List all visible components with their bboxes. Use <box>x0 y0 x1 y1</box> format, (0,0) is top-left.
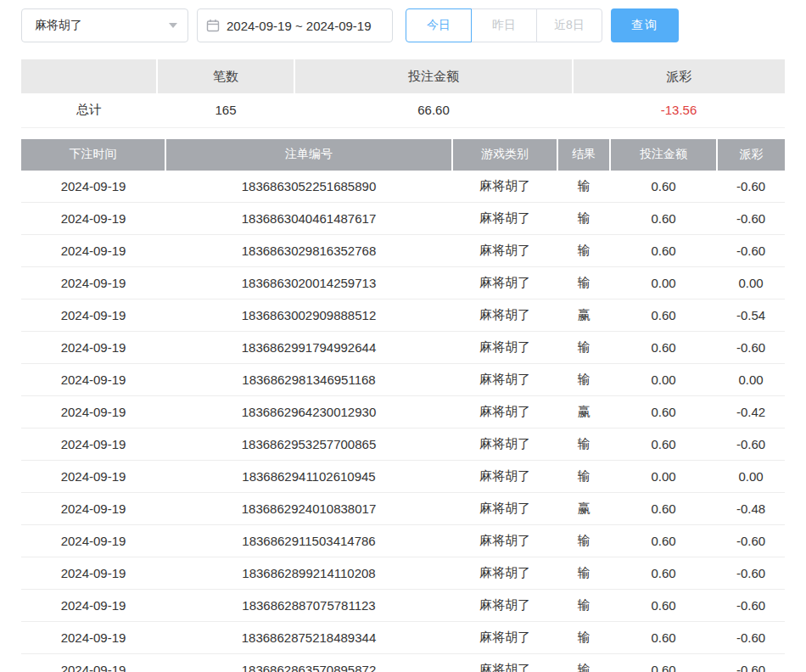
cell-payout: -0.60 <box>717 171 785 203</box>
cell-time: 2024-09-19 <box>21 203 165 235</box>
query-button[interactable]: 查询 <box>611 8 679 42</box>
cell-payout: 0.00 <box>717 461 785 493</box>
cell-result: 赢 <box>557 493 610 525</box>
table-row: 2024-09-191836862924010838017麻将胡了赢0.60-0… <box>21 493 785 525</box>
table-row: 2024-09-191836862911503414786麻将胡了输0.60-0… <box>21 525 785 557</box>
cell-amount: 0.00 <box>610 364 717 396</box>
column-header-bet-id: 注单编号 <box>165 139 452 171</box>
cell-result: 输 <box>557 203 610 235</box>
cell-payout: -0.60 <box>717 654 785 672</box>
cell-bet-id: 1836862899214110208 <box>165 557 452 590</box>
table-row: 2024-09-191836863002909888512麻将胡了赢0.60-0… <box>21 300 785 332</box>
table-row: 2024-09-191836863020014259713麻将胡了输0.000.… <box>21 267 785 300</box>
table-row: 2024-09-191836862964230012930麻将胡了赢0.60-0… <box>21 396 785 428</box>
cell-amount: 0.60 <box>610 525 717 557</box>
table-row: 2024-09-191836863052251685890麻将胡了输0.60-0… <box>21 171 785 203</box>
cell-time: 2024-09-19 <box>21 428 165 461</box>
summary-header-cell <box>21 59 157 93</box>
cell-bet-id: 1836863040461487617 <box>165 203 452 235</box>
cell-time: 2024-09-19 <box>21 493 165 525</box>
cell-amount: 0.60 <box>610 203 717 235</box>
column-header-payout: 派彩 <box>717 139 785 171</box>
cell-amount: 0.60 <box>610 332 717 364</box>
cell-result: 输 <box>557 364 610 396</box>
table-row: 2024-09-191836862941102610945麻将胡了输0.000.… <box>21 461 785 493</box>
cell-time: 2024-09-19 <box>21 300 165 332</box>
cell-bet-id: 1836862875218489344 <box>165 622 452 654</box>
cell-game: 麻将胡了 <box>452 557 557 590</box>
cell-game: 麻将胡了 <box>452 203 557 235</box>
summary-cell: -13.56 <box>573 93 785 127</box>
cell-game: 麻将胡了 <box>452 364 557 396</box>
cell-bet-id: 1836862953257700865 <box>165 428 452 461</box>
cell-game: 麻将胡了 <box>452 332 557 364</box>
table-row: 2024-09-191836863040461487617麻将胡了输0.60-0… <box>21 203 785 235</box>
cell-game: 麻将胡了 <box>452 590 557 622</box>
cell-time: 2024-09-19 <box>21 557 165 590</box>
cell-bet-id: 1836863020014259713 <box>165 267 452 300</box>
cell-bet-id: 1836862911503414786 <box>165 525 452 557</box>
records-header-row: 下注时间注单编号游戏类别结果投注金额派彩 <box>21 139 785 171</box>
cell-game: 麻将胡了 <box>452 654 557 672</box>
table-row: 2024-09-191836862887075781123麻将胡了输0.60-0… <box>21 590 785 622</box>
game-select-value: 麻将胡了 <box>35 18 82 33</box>
cell-amount: 0.60 <box>610 396 717 428</box>
summary-header-cell: 投注金额 <box>294 59 573 93</box>
cell-bet-id: 1836862887075781123 <box>165 590 452 622</box>
cell-amount: 0.00 <box>610 267 717 300</box>
cell-amount: 0.60 <box>610 171 717 203</box>
cell-result: 输 <box>557 590 610 622</box>
cell-payout: -0.48 <box>717 493 785 525</box>
game-select[interactable]: 麻将胡了 <box>21 8 188 42</box>
summary-cell: 66.60 <box>294 93 573 127</box>
cell-payout: -0.60 <box>717 622 785 654</box>
cell-result: 输 <box>557 332 610 364</box>
cell-bet-id: 1836862991794992644 <box>165 332 452 364</box>
summary-header-cell: 笔数 <box>157 59 294 93</box>
summary-header-row: 笔数投注金额派彩 <box>21 59 785 93</box>
cell-bet-id: 1836863029816352768 <box>165 235 452 267</box>
records-body: 2024-09-191836863052251685890麻将胡了输0.60-0… <box>21 171 785 672</box>
cell-time: 2024-09-19 <box>21 267 165 300</box>
cell-payout: 0.00 <box>717 364 785 396</box>
cell-time: 2024-09-19 <box>21 332 165 364</box>
summary-cell: 165 <box>157 93 294 127</box>
table-row: 2024-09-191836862863570895872麻将胡了输0.60-0… <box>21 654 785 672</box>
cell-bet-id: 1836862981346951168 <box>165 364 452 396</box>
quick-filter-last8days[interactable]: 近8日 <box>536 8 602 42</box>
column-header-amount: 投注金额 <box>610 139 717 171</box>
cell-game: 麻将胡了 <box>452 300 557 332</box>
table-row: 2024-09-191836862875218489344麻将胡了输0.60-0… <box>21 622 785 654</box>
cell-payout: 0.00 <box>717 267 785 300</box>
table-row: 2024-09-191836862981346951168麻将胡了输0.000.… <box>21 364 785 396</box>
cell-result: 输 <box>557 171 610 203</box>
cell-result: 输 <box>557 235 610 267</box>
table-row: 2024-09-191836862991794992644麻将胡了输0.60-0… <box>21 332 785 364</box>
cell-time: 2024-09-19 <box>21 590 165 622</box>
cell-result: 输 <box>557 557 610 590</box>
cell-time: 2024-09-19 <box>21 171 165 203</box>
summary-cell: 总计 <box>21 93 157 127</box>
cell-bet-id: 1836862863570895872 <box>165 654 452 672</box>
cell-game: 麻将胡了 <box>452 461 557 493</box>
cell-amount: 0.60 <box>610 590 717 622</box>
cell-game: 麻将胡了 <box>452 428 557 461</box>
cell-game: 麻将胡了 <box>452 525 557 557</box>
cell-payout: -0.60 <box>717 428 785 461</box>
quick-filter-yesterday[interactable]: 昨日 <box>471 8 537 42</box>
records-table: 下注时间注单编号游戏类别结果投注金额派彩 2024-09-19183686305… <box>21 139 785 672</box>
cell-amount: 0.60 <box>610 493 717 525</box>
chevron-down-icon <box>169 23 177 28</box>
date-range-input[interactable]: 2024-09-19 ~ 2024-09-19 <box>197 8 393 42</box>
cell-game: 麻将胡了 <box>452 235 557 267</box>
cell-time: 2024-09-19 <box>21 396 165 428</box>
calendar-icon <box>206 19 220 32</box>
cell-bet-id: 1836863052251685890 <box>165 171 452 203</box>
summary-header-cell: 派彩 <box>573 59 785 93</box>
cell-amount: 0.60 <box>610 428 717 461</box>
cell-payout: -0.60 <box>717 525 785 557</box>
quick-filter-today[interactable]: 今日 <box>406 8 472 42</box>
cell-amount: 0.60 <box>610 300 717 332</box>
summary-table: 笔数投注金额派彩 总计16566.60-13.56 <box>21 59 785 128</box>
toolbar: 麻将胡了 2024-09-19 ~ 2024-09-19 今日 昨日 近8日 查… <box>21 8 785 42</box>
